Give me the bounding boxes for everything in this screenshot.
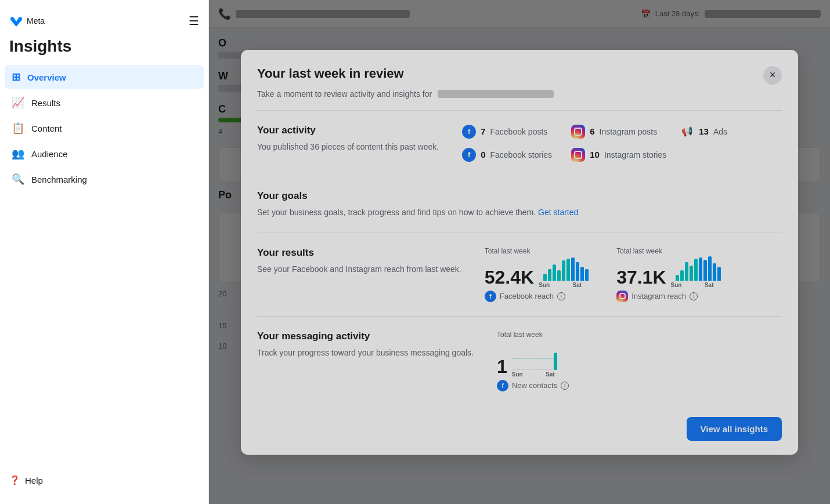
modal-overlay: Your last week in review × Take a moment… [209, 0, 830, 504]
msg-bar-9 [549, 369, 553, 370]
ig-bar-6 [699, 258, 702, 281]
overview-icon: ⊞ [12, 71, 20, 84]
goals-description-text: Set your business goals, track progress … [257, 208, 536, 217]
modal-footer: View all insights [257, 405, 782, 455]
fb-bar-1 [543, 274, 547, 281]
sidebar-item-audience-label: Audience [31, 149, 68, 159]
fb-reach-value: 52.4K [485, 258, 589, 288]
ig-bar-chart [676, 258, 721, 281]
help-item[interactable]: ❓ Help [0, 466, 208, 495]
ads-icon: 📢 [680, 125, 694, 139]
stat-fb-posts: f 7 Facebook posts [462, 125, 557, 139]
fb-bar-4 [557, 270, 561, 281]
msg-chart-labels: Sun Sat [512, 371, 555, 378]
ig-reach-platform: Instagram reach i [616, 291, 720, 302]
messaging-period: Total last week [497, 331, 569, 339]
sidebar-item-content[interactable]: 📋 Content [5, 116, 204, 140]
stat-fb-stories-count: 0 [481, 150, 485, 159]
instagram-icon-2 [571, 148, 585, 162]
stat-fb-posts-label: Facebook posts [490, 127, 547, 136]
main-content: 📞 📅 Last 28 days: O W C 4 Po 20 15 [209, 0, 830, 504]
meta-brand-text: Meta [27, 16, 45, 26]
fb-chart-labels: Sun Sat [539, 282, 582, 288]
page-title: Insights [0, 37, 208, 65]
sidebar-item-overview-label: Overview [27, 72, 66, 82]
sidebar-item-results-label: Results [31, 98, 60, 108]
content-icon: 📋 [12, 122, 24, 135]
modal-dialog: Your last week in review × Take a moment… [241, 50, 798, 455]
messaging-layout: Your messaging activity Track your progr… [257, 331, 782, 391]
view-all-insights-button[interactable]: View all insights [687, 417, 782, 441]
ig-bar-9 [713, 263, 716, 281]
ig-chart-container: Sun Sat [671, 258, 721, 288]
stat-ig-stories-label: Instagram stories [604, 150, 666, 159]
msg-dashed-line [512, 358, 557, 358]
msg-metric-label: New contacts [512, 381, 557, 390]
ig-platform-icon-inner [619, 293, 626, 299]
messaging-value: 1 [497, 341, 569, 378]
results-icon: 📈 [12, 96, 24, 109]
sidebar-item-content-label: Content [31, 124, 62, 133]
ig-reach-period: Total last week [616, 247, 720, 255]
instagram-icon [571, 125, 585, 139]
modal-title: Your last week in review [257, 66, 404, 81]
modal-close-button[interactable]: × [763, 66, 782, 85]
msg-bar-3 [521, 369, 525, 370]
hamburger-icon[interactable]: ☰ [189, 14, 199, 28]
help-label: Help [25, 476, 43, 485]
fb-bar-5 [562, 260, 565, 281]
messaging-left: Your messaging activity Track your progr… [257, 331, 474, 359]
activity-description: You published 36 pieces of content this … [257, 141, 439, 153]
activity-section: Your activity You published 36 pieces of… [257, 110, 782, 176]
msg-bar-7 [540, 369, 543, 370]
sidebar-item-audience[interactable]: 👥 Audience [5, 142, 204, 166]
ig-bar-8 [708, 256, 712, 281]
msg-bar-6 [535, 369, 539, 370]
goals-section: Your goals Set your business goals, trac… [257, 176, 782, 233]
results-layout: Your results See your Facebook and Insta… [257, 247, 782, 302]
sidebar-nav: ⊞ Overview 📈 Results 📋 Content 👥 Audienc… [0, 65, 208, 193]
sidebar-item-benchmarking[interactable]: 🔍 Benchmarking [5, 167, 204, 191]
stat-fb-posts-count: 7 [481, 126, 485, 136]
stat-ig-posts: 6 Instagram posts [571, 125, 666, 139]
goals-description: Set your business goals, track progress … [257, 206, 782, 219]
results-section: Your results See your Facebook and Insta… [257, 233, 782, 316]
stat-ig-posts-count: 6 [590, 126, 594, 136]
fb-bar-9 [580, 267, 584, 281]
fb-bar-3 [553, 264, 556, 281]
activity-left: Your activity You published 36 pieces of… [257, 125, 439, 153]
ig-bar-1 [676, 275, 679, 281]
fb-bar-2 [548, 269, 551, 281]
fb-reach-metric: Total last week 52.4K [485, 247, 589, 302]
sidebar-item-results[interactable]: 📈 Results [5, 90, 204, 115]
ig-reach-info-icon[interactable]: i [690, 292, 698, 300]
msg-bar-chart [512, 341, 557, 370]
msg-bar-5 [531, 369, 534, 370]
messaging-platform: f New contacts i [497, 380, 569, 391]
modal-subtitle-blurred [438, 90, 554, 98]
sidebar-item-overview[interactable]: ⊞ Overview [5, 65, 204, 89]
ig-chart-labels: Sun Sat [671, 282, 714, 288]
msg-bar-1 [512, 369, 515, 370]
fb-msg-icon: f [497, 380, 508, 391]
instagram-icon-inner-2 [574, 151, 582, 159]
benchmarking-icon: 🔍 [12, 173, 24, 186]
get-started-link[interactable]: Get started [538, 208, 578, 217]
fb-reach-info-icon[interactable]: i [557, 292, 565, 300]
ig-bar-5 [694, 259, 698, 281]
meta-logo-icon [9, 14, 23, 28]
instagram-icon-inner [574, 128, 582, 136]
stat-ads-count: 13 [699, 126, 709, 136]
fb-chart-container: Sun Sat [539, 258, 589, 288]
msg-info-icon[interactable]: i [561, 382, 569, 390]
fb-platform-icon: f [485, 291, 496, 302]
fb-bar-7 [571, 258, 575, 281]
fb-reach-platform: f Facebook reach i [485, 291, 589, 302]
ig-bar-7 [703, 260, 707, 281]
fb-bar-6 [566, 259, 570, 281]
stat-ig-stories-count: 10 [590, 150, 600, 159]
facebook-icon: f [462, 125, 476, 139]
fb-bar-chart [543, 258, 589, 281]
fb-reach-period: Total last week [485, 247, 589, 255]
ig-reach-value: 37.1K [616, 258, 720, 288]
